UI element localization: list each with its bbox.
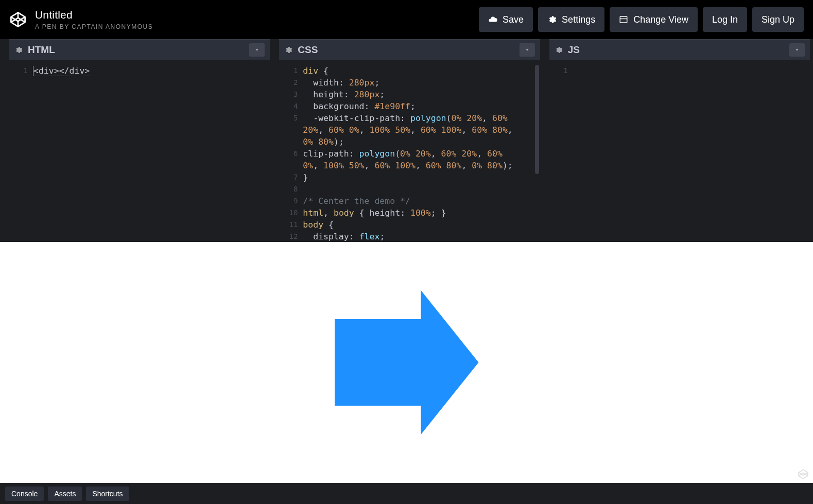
assets-button[interactable]: Assets: [48, 486, 82, 501]
js-panel-title: JS: [568, 44, 580, 56]
js-panel-header: JS: [549, 39, 810, 60]
gear-icon[interactable]: [14, 46, 23, 54]
pen-title[interactable]: Untitled: [35, 9, 153, 21]
app-header: Untitled A PEN BY CAPTAIN ANONYMOUS Save…: [0, 0, 813, 39]
login-button[interactable]: Log In: [703, 7, 747, 32]
html-panel-menu[interactable]: [249, 43, 265, 57]
preview-arrow-shape: [335, 290, 479, 435]
html-line-1: <div></div>: [33, 66, 90, 76]
html-panel: HTML 1 <div></div>: [9, 39, 270, 242]
gear-icon: [547, 15, 557, 24]
change-view-button[interactable]: Change View: [610, 7, 698, 32]
codepen-logo-icon: [9, 11, 27, 28]
svg-marker-5: [799, 470, 808, 479]
signup-label: Sign Up: [762, 14, 794, 25]
gear-icon[interactable]: [284, 46, 292, 54]
save-label: Save: [503, 14, 524, 25]
html-panel-header: HTML: [9, 39, 270, 60]
layout-icon: [619, 15, 628, 24]
chevron-down-icon: [524, 47, 530, 53]
css-panel-title: CSS: [298, 44, 318, 56]
html-panel-title: HTML: [28, 44, 55, 56]
html-editor[interactable]: 1 <div></div>: [9, 60, 270, 242]
shortcuts-button[interactable]: Shortcuts: [86, 486, 129, 501]
js-panel-menu[interactable]: [789, 43, 805, 57]
css-scrollbar[interactable]: [535, 65, 539, 174]
chevron-down-icon: [254, 47, 260, 53]
js-editor[interactable]: 1: [549, 60, 810, 242]
codepen-watermark-icon: [798, 468, 809, 480]
settings-label: Settings: [562, 14, 595, 25]
css-panel-menu[interactable]: [520, 43, 535, 57]
svg-rect-3: [620, 16, 627, 23]
css-panel-header: CSS: [279, 39, 540, 60]
css-panel: CSS 1234 5 6 789 101112 div { width: 280…: [279, 39, 540, 242]
preview-pane: [0, 242, 813, 483]
chevron-down-icon: [794, 47, 800, 53]
login-label: Log In: [712, 14, 738, 25]
gear-icon[interactable]: [555, 46, 563, 54]
signup-button[interactable]: Sign Up: [752, 7, 804, 32]
pen-byline: A PEN BY CAPTAIN ANONYMOUS: [35, 23, 153, 30]
logo-block: Untitled A PEN BY CAPTAIN ANONYMOUS: [9, 9, 153, 30]
editor-row: HTML 1 <div></div> CSS 1234 5 6 7: [0, 39, 813, 242]
header-actions: Save Settings Change View Log In Sign Up: [479, 7, 804, 32]
change-view-label: Change View: [633, 14, 688, 25]
settings-button[interactable]: Settings: [538, 7, 604, 32]
cloud-icon: [488, 15, 497, 24]
console-button[interactable]: Console: [5, 486, 44, 501]
js-panel: JS 1: [549, 39, 810, 242]
css-editor[interactable]: 1234 5 6 789 101112 div { width: 280px; …: [279, 60, 540, 242]
save-button[interactable]: Save: [479, 7, 533, 32]
footer-bar: Console Assets Shortcuts: [0, 483, 813, 504]
